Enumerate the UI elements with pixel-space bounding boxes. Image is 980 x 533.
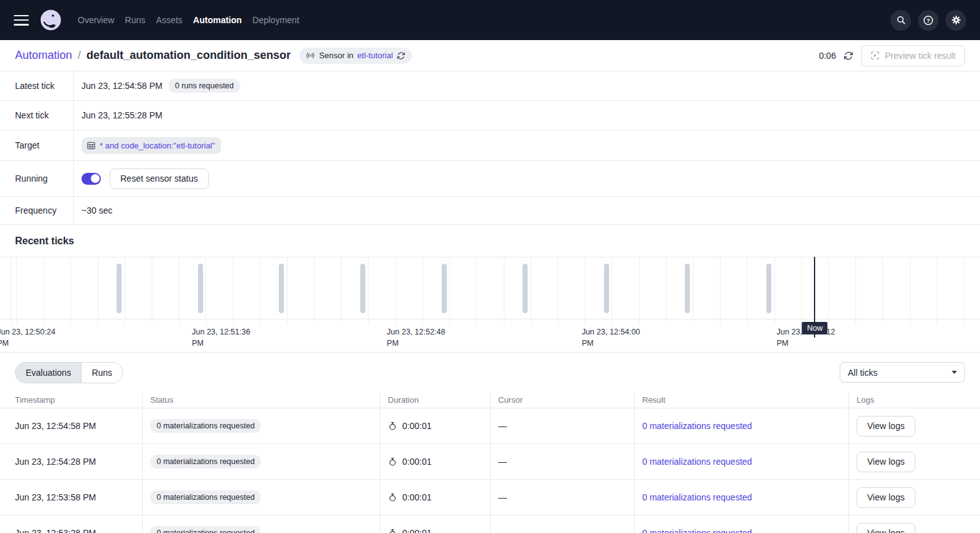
status-badge: 0 materializations requested <box>150 526 261 533</box>
next-tick-label: Next tick <box>0 101 74 130</box>
preview-tick-result-button[interactable]: Preview tick result <box>861 45 965 66</box>
target-label: Target <box>0 130 74 160</box>
frequency-label: Frequency <box>0 197 74 224</box>
search-button[interactable] <box>890 10 911 31</box>
col-logs: Logs <box>849 392 980 408</box>
table-header-row: Timestamp Status Duration Cursor Result … <box>0 392 980 408</box>
preview-button-label: Preview tick result <box>885 51 956 61</box>
reset-sensor-status-button[interactable]: Reset sensor status <box>110 168 209 189</box>
tick-bar[interactable] <box>442 264 447 313</box>
cell-timestamp: Jun 23, 12:53:58 PM <box>0 480 143 515</box>
tick-bar[interactable] <box>766 264 771 313</box>
latest-tick-row: Latest tick Jun 23, 12:54:58 PM 0 runs r… <box>0 71 980 101</box>
svg-text:?: ? <box>927 17 930 23</box>
runs-requested-badge: 0 runs requested <box>169 79 240 93</box>
refresh-icon[interactable] <box>843 51 853 61</box>
nav-automation[interactable]: Automation <box>193 0 242 40</box>
cursor-value: — <box>498 492 507 502</box>
tick-bar[interactable] <box>198 264 203 313</box>
nav-deployment[interactable]: Deployment <box>253 0 300 40</box>
col-timestamp: Timestamp <box>0 392 143 408</box>
help-button[interactable]: ? <box>918 10 939 31</box>
tab-evaluations[interactable]: Evaluations <box>16 363 81 383</box>
evaluations-runs-segmented-control: Evaluations Runs <box>15 362 123 383</box>
frequency-row: Frequency ~30 sec <box>0 197 980 225</box>
nav-runs[interactable]: Runs <box>125 0 145 40</box>
result-link[interactable]: 0 materializations requested <box>642 457 752 467</box>
evaluations-table: Timestamp Status Duration Cursor Result … <box>0 392 980 533</box>
timeline-axis-ticks <box>0 319 980 324</box>
breadcrumb-separator: / <box>78 49 81 62</box>
asset-selection-pill[interactable]: * and code_location:"etl-tutorial" <box>81 137 221 154</box>
sensor-location-badge: Sensor in etl-tutorial <box>300 48 412 64</box>
tick-filter-dropdown[interactable]: All ticks <box>840 362 965 383</box>
breadcrumb-bar: Automation / default_automation_conditio… <box>0 40 980 71</box>
view-logs-button[interactable]: View logs <box>857 523 915 533</box>
cursor-value: — <box>498 528 507 533</box>
countdown-timer: 0:06 <box>819 51 836 61</box>
sensor-details: Latest tick Jun 23, 12:54:58 PM 0 runs r… <box>0 71 980 225</box>
duration-value: 0:00:01 <box>402 492 432 502</box>
latest-tick-label: Latest tick <box>0 71 74 100</box>
frequency-value: ~30 sec <box>81 205 112 215</box>
table-row: Jun 23, 12:53:28 PM 0 materializations r… <box>0 515 980 533</box>
primary-nav: Overview Runs Assets Automation Deployme… <box>78 0 300 40</box>
tick-filter-value: All ticks <box>848 368 877 378</box>
asset-selection-icon <box>86 141 96 150</box>
cell-timestamp: Jun 23, 12:54:28 PM <box>0 444 143 479</box>
tick-timeline: Jun 23, 12:50:24 PMJun 23, 12:51:36 PMJu… <box>0 257 980 353</box>
axis-label: Jun 23, 12:54:00 PM <box>581 326 652 349</box>
tick-bar[interactable] <box>279 264 284 313</box>
result-link[interactable]: 0 materializations requested <box>642 492 752 502</box>
results-toolbar: Evaluations Runs All ticks <box>0 353 980 392</box>
help-icon: ? <box>923 15 934 26</box>
axis-label: Jun 23, 12:51:36 PM <box>192 326 262 349</box>
col-duration: Duration <box>380 392 491 408</box>
col-status: Status <box>143 392 380 408</box>
breadcrumb-automation-link[interactable]: Automation <box>15 49 72 62</box>
cursor-value: — <box>498 457 507 467</box>
sensor-icon <box>306 51 315 60</box>
duration-value: 0:00:01 <box>402 421 432 431</box>
tick-bar[interactable] <box>117 264 122 313</box>
duration-value: 0:00:01 <box>402 457 432 467</box>
status-badge: 0 materializations requested <box>150 419 261 433</box>
axis-label: Jun 23, 12:52:48 PM <box>387 326 457 349</box>
stopwatch-icon <box>388 457 397 467</box>
sensor-badge-text: Sensor in <box>319 51 353 60</box>
result-link[interactable]: 0 materializations requested <box>642 421 752 431</box>
tick-bar[interactable] <box>604 264 609 313</box>
table-row: Jun 23, 12:54:58 PM 0 materializations r… <box>0 408 980 444</box>
menu-icon[interactable] <box>14 15 29 26</box>
view-logs-button[interactable]: View logs <box>857 487 915 508</box>
settings-button[interactable] <box>946 10 966 31</box>
refresh-icon[interactable] <box>397 51 405 60</box>
latest-tick-value: Jun 23, 12:54:58 PM <box>81 81 162 91</box>
view-logs-button[interactable]: View logs <box>857 416 915 437</box>
asset-selection-query: * and code_location:"etl-tutorial" <box>100 141 215 150</box>
dagster-logo[interactable] <box>40 9 61 31</box>
tab-runs[interactable]: Runs <box>81 363 122 383</box>
search-icon <box>896 15 906 25</box>
axis-label: Jun 23, 12:50:24 PM <box>0 326 67 349</box>
running-row: Running Reset sensor status <box>0 161 980 197</box>
col-cursor: Cursor <box>491 392 635 408</box>
nav-overview[interactable]: Overview <box>78 0 114 40</box>
code-location-link[interactable]: etl-tutorial <box>357 51 393 60</box>
view-logs-button[interactable]: View logs <box>857 452 915 472</box>
result-link[interactable]: 0 materializations requested <box>642 528 752 533</box>
tick-bar[interactable] <box>685 264 690 313</box>
tick-bar[interactable] <box>360 264 365 313</box>
now-badge: Now <box>802 322 828 334</box>
status-badge: 0 materializations requested <box>150 490 261 504</box>
stopwatch-icon <box>388 529 397 533</box>
tick-bar[interactable] <box>523 264 528 313</box>
target-row: Target * and code_location:"etl-tutorial… <box>0 130 980 161</box>
running-toggle[interactable] <box>81 173 101 185</box>
table-row: Jun 23, 12:54:28 PM 0 materializations r… <box>0 444 980 480</box>
running-label: Running <box>0 161 74 196</box>
nav-assets[interactable]: Assets <box>156 0 182 40</box>
col-result: Result <box>635 392 849 408</box>
cell-timestamp: Jun 23, 12:53:28 PM <box>0 515 143 533</box>
gear-icon <box>951 15 961 25</box>
